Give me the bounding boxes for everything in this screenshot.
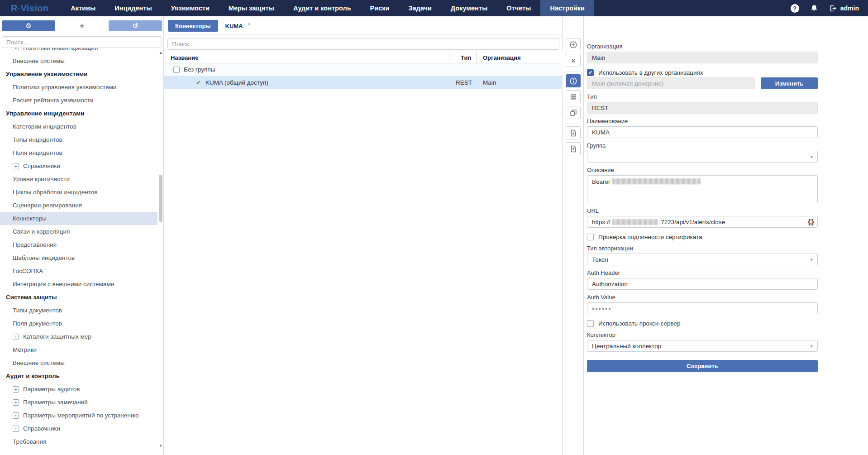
sidebar-search-input[interactable] xyxy=(2,36,162,48)
auth-type-select[interactable]: Токен ▾ xyxy=(587,254,818,265)
notifications-bell-icon[interactable] xyxy=(810,4,818,12)
nav-item-assets[interactable]: Активы xyxy=(61,0,105,16)
sidebar-item-label: Требования xyxy=(13,438,46,445)
column-header-organization[interactable]: Организация xyxy=(483,51,521,64)
template-variables-icon[interactable]: {;} xyxy=(808,218,814,225)
table-group-row[interactable]: − Без группы xyxy=(164,63,563,76)
group-select[interactable]: ▾ xyxy=(587,151,818,163)
nav-item-risks[interactable]: Риски xyxy=(361,0,399,16)
sidebar-item[interactable]: Типы инцидентов xyxy=(0,133,157,146)
navbar-right: ? admin xyxy=(791,0,868,16)
history-icon: ↺ xyxy=(133,22,138,30)
expand-icon[interactable]: + xyxy=(13,412,19,419)
sidebar-item[interactable]: ГосСОПКА xyxy=(0,264,157,278)
expand-icon[interactable]: + xyxy=(13,426,19,432)
delete-button[interactable] xyxy=(566,54,581,67)
use-proxy-checkbox[interactable]: ✓ Использовать прокси-сервер xyxy=(587,319,868,327)
sidebar-item[interactable]: Типы документов xyxy=(0,304,157,317)
sidebar-item[interactable]: +Параметры аудитов xyxy=(0,383,157,396)
info-button[interactable] xyxy=(566,74,581,87)
nav-item-audit[interactable]: Аудит и контроль xyxy=(284,0,361,16)
toolbar-divider xyxy=(565,124,582,124)
sidebar-item[interactable]: Циклы обработки инцидентов xyxy=(0,186,157,199)
help-icon[interactable]: ? xyxy=(791,4,799,13)
nav-item-documents[interactable]: Документы xyxy=(441,0,497,16)
orgs-scope-input: Main (включая дочерние) xyxy=(587,77,755,89)
column-divider[interactable] xyxy=(449,51,449,64)
expand-icon[interactable]: + xyxy=(13,334,19,340)
nav-item-reports[interactable]: Отчеты xyxy=(497,0,540,16)
checkbox-box[interactable]: ✓ xyxy=(587,69,594,76)
checkbox-box[interactable]: ✓ xyxy=(587,320,594,327)
tab-connectors[interactable]: Коннекторы xyxy=(168,20,218,32)
nav-item-vulnerabilities[interactable]: Уязвимости xyxy=(162,0,219,16)
collector-select[interactable]: Центральный коллектор ▾ xyxy=(587,340,818,352)
import-button[interactable] xyxy=(566,126,581,139)
connectors-search-input[interactable] xyxy=(167,38,559,50)
sidebar-item[interactable]: +Политики инвентаризации xyxy=(0,48,157,54)
sidebar-item[interactable]: Шаблоны инцидентов xyxy=(0,251,157,264)
sidebar-item[interactable]: Сценарии реагирования xyxy=(0,199,157,212)
sidebar-item[interactable]: Расчет рейтинга уязвимости xyxy=(0,94,157,107)
scrollbar-down-arrow[interactable]: ▼ xyxy=(158,444,163,448)
expand-icon[interactable]: + xyxy=(13,163,19,169)
column-header-name[interactable]: Название xyxy=(171,51,198,64)
change-orgs-button[interactable]: Изменить xyxy=(761,77,818,89)
save-button[interactable]: Сохранить xyxy=(587,360,818,372)
use-in-other-orgs-checkbox[interactable]: ✓ Использовать в других организациях xyxy=(587,68,868,77)
sidebar-item[interactable]: Категории инцидентов xyxy=(0,120,157,133)
tab-kuma[interactable]: KUMA× xyxy=(218,20,258,32)
url-input[interactable]: https:// :7223/api/v1/alerts/close {;} xyxy=(587,216,818,228)
list-view-button[interactable] xyxy=(566,90,581,103)
sidebar-item[interactable]: Метрики xyxy=(0,343,157,356)
sidebar-item[interactable]: Интеграция с внешними системами xyxy=(0,278,157,291)
column-header-type[interactable]: Тип xyxy=(461,51,471,64)
add-button[interactable] xyxy=(566,38,581,51)
sidebar-item-label: Поля документов xyxy=(13,320,62,327)
sidebar-item[interactable]: Внешние системы xyxy=(0,356,157,369)
auth-header-input[interactable]: Authorization xyxy=(587,278,818,290)
sidebar-item[interactable]: Представления xyxy=(0,238,157,251)
sidebar-item[interactable]: Связи и корреляция xyxy=(0,225,157,238)
sidebar-tab-settings[interactable]: ⚙ xyxy=(2,20,55,31)
auth-value-input[interactable]: •••••• xyxy=(587,302,818,314)
expand-icon[interactable]: + xyxy=(13,399,19,406)
row-type: REST xyxy=(456,76,472,89)
sidebar-item[interactable]: Требования xyxy=(0,435,157,448)
collapse-icon[interactable]: − xyxy=(173,67,180,73)
checkbox-box[interactable]: ✓ xyxy=(587,234,594,240)
nav-item-countermeasures[interactable]: Меры защиты xyxy=(219,0,284,16)
copy-button[interactable] xyxy=(566,106,581,119)
expand-icon[interactable]: + xyxy=(13,48,19,51)
cert-check-checkbox[interactable]: ✓ Проверка подлинности сертификата xyxy=(587,233,868,241)
export-button[interactable] xyxy=(566,142,581,155)
sidebar-item[interactable]: Внешние системы xyxy=(0,54,157,67)
sidebar-tab-favorites[interactable]: ★ xyxy=(55,20,109,31)
column-divider[interactable] xyxy=(476,51,477,64)
sidebar-item[interactable]: +Каталоги защитных мер xyxy=(0,330,157,343)
sidebar-tab-history[interactable]: ↺ xyxy=(109,20,162,31)
expand-icon[interactable]: + xyxy=(13,386,19,393)
user-menu[interactable]: admin xyxy=(829,5,859,12)
sidebar-item[interactable]: +Справочники xyxy=(0,159,157,172)
close-tab-icon[interactable]: × xyxy=(248,21,251,28)
app-logo[interactable]: R·Vision xyxy=(0,0,61,16)
sidebar-scrollbar-thumb[interactable] xyxy=(159,175,162,222)
nav-item-incidents[interactable]: Инциденты xyxy=(105,0,162,16)
table-row[interactable]: ✔KUMA (общий доступ)RESTMain xyxy=(164,76,563,89)
sidebar-item[interactable]: Политики управления уязвимостями xyxy=(0,81,157,94)
nav-item-tasks[interactable]: Задачи xyxy=(399,0,441,16)
sidebar-item[interactable]: Уровни критичности xyxy=(0,172,157,186)
scrollbar-up-arrow[interactable]: ▲ xyxy=(158,51,163,55)
sidebar-item-label: Справочники xyxy=(23,163,60,169)
sidebar-item[interactable]: +Параметры мероприятий по устранению xyxy=(0,409,157,422)
description-textarea[interactable]: Bearer xyxy=(587,175,818,203)
sidebar-item-label: Метрики xyxy=(13,346,37,353)
sidebar-item[interactable]: +Параметры замечаний xyxy=(0,396,157,409)
sidebar-item[interactable]: Коннекторы xyxy=(0,212,157,225)
sidebar-item[interactable]: Поля документов xyxy=(0,317,157,330)
sidebar-item[interactable]: +Справочники xyxy=(0,422,157,435)
sidebar-item[interactable]: Поля инцидентов xyxy=(0,146,157,159)
nav-item-settings[interactable]: Настройки xyxy=(540,0,594,16)
name-input[interactable]: KUMA xyxy=(587,126,818,138)
